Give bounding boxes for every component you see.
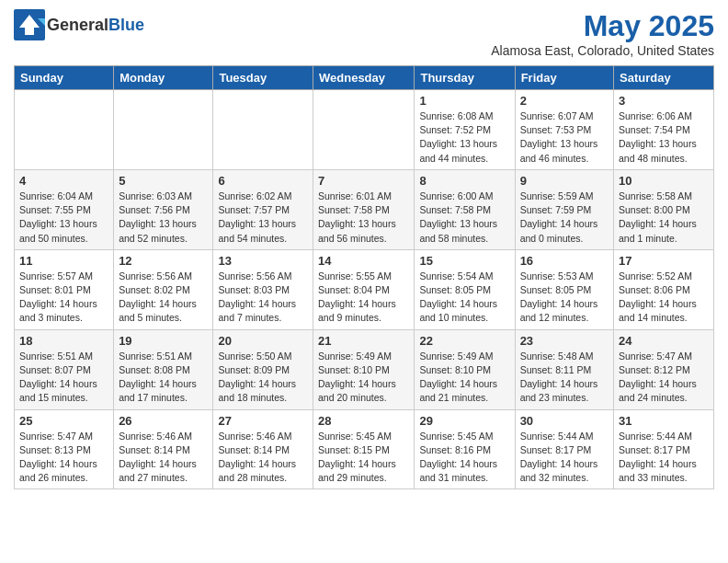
day-info: Sunrise: 6:07 AM Sunset: 7:53 PM Dayligh… [520, 109, 609, 166]
day-number: 14 [318, 254, 409, 268]
day-info: Sunrise: 5:56 AM Sunset: 8:02 PM Dayligh… [119, 270, 208, 326]
day-number: 29 [419, 414, 509, 428]
calendar-week-4: 18Sunrise: 5:51 AM Sunset: 8:07 PM Dayli… [15, 329, 714, 409]
calendar-cell: 16Sunrise: 5:53 AM Sunset: 8:05 PM Dayli… [515, 249, 613, 329]
calendar-cell: 5Sunrise: 6:03 AM Sunset: 7:56 PM Daylig… [114, 169, 213, 249]
day-info: Sunrise: 6:01 AM Sunset: 7:58 PM Dayligh… [318, 190, 409, 246]
calendar-week-3: 11Sunrise: 5:57 AM Sunset: 8:01 PM Dayli… [15, 249, 714, 329]
calendar-header-row: Sunday Monday Tuesday Wednesday Thursday… [15, 66, 714, 90]
day-info: Sunrise: 5:59 AM Sunset: 7:59 PM Dayligh… [520, 190, 609, 246]
calendar-cell: 22Sunrise: 5:49 AM Sunset: 8:10 PM Dayli… [415, 329, 515, 409]
calendar-week-2: 4Sunrise: 6:04 AM Sunset: 7:55 PM Daylig… [15, 169, 714, 249]
day-info: Sunrise: 5:46 AM Sunset: 8:14 PM Dayligh… [119, 430, 208, 486]
col-saturday: Saturday [614, 66, 714, 90]
logo-general-text: GeneralBlue [47, 16, 144, 34]
day-number: 2 [520, 94, 609, 108]
day-number: 7 [318, 174, 409, 188]
calendar-cell: 17Sunrise: 5:52 AM Sunset: 8:06 PM Dayli… [614, 249, 714, 329]
day-number: 31 [619, 414, 709, 428]
day-info: Sunrise: 5:57 AM Sunset: 8:01 PM Dayligh… [19, 270, 108, 326]
header: GeneralBlue May 2025 Alamosa East, Color… [14, 9, 714, 58]
day-info: Sunrise: 6:03 AM Sunset: 7:56 PM Dayligh… [119, 190, 208, 246]
col-tuesday: Tuesday [213, 66, 313, 90]
day-number: 23 [520, 334, 609, 348]
day-info: Sunrise: 5:51 AM Sunset: 8:07 PM Dayligh… [19, 350, 108, 406]
calendar-cell: 3Sunrise: 6:06 AM Sunset: 7:54 PM Daylig… [614, 90, 714, 170]
day-number: 22 [419, 334, 509, 348]
day-number: 8 [419, 174, 509, 188]
day-number: 20 [218, 334, 308, 348]
day-number: 24 [619, 334, 709, 348]
day-info: Sunrise: 5:53 AM Sunset: 8:05 PM Dayligh… [520, 270, 609, 326]
day-number: 16 [520, 254, 609, 268]
title-section: May 2025 Alamosa East, Colorado, United … [491, 9, 714, 58]
day-number: 10 [619, 174, 709, 188]
day-number: 18 [19, 334, 108, 348]
day-number: 27 [218, 414, 308, 428]
calendar-cell [313, 90, 415, 170]
day-info: Sunrise: 5:44 AM Sunset: 8:17 PM Dayligh… [619, 430, 709, 486]
calendar-cell: 19Sunrise: 5:51 AM Sunset: 8:08 PM Dayli… [114, 329, 213, 409]
day-number: 5 [119, 174, 208, 188]
logo-icon [14, 9, 45, 40]
day-info: Sunrise: 5:54 AM Sunset: 8:05 PM Dayligh… [419, 270, 509, 326]
calendar-cell: 12Sunrise: 5:56 AM Sunset: 8:02 PM Dayli… [114, 249, 213, 329]
day-info: Sunrise: 5:49 AM Sunset: 8:10 PM Dayligh… [419, 350, 509, 406]
day-number: 13 [218, 254, 308, 268]
calendar-week-1: 1Sunrise: 6:08 AM Sunset: 7:52 PM Daylig… [15, 90, 714, 170]
day-number: 17 [619, 254, 709, 268]
calendar-cell: 10Sunrise: 5:58 AM Sunset: 8:00 PM Dayli… [614, 169, 714, 249]
day-info: Sunrise: 5:44 AM Sunset: 8:17 PM Dayligh… [520, 430, 609, 486]
calendar-cell: 15Sunrise: 5:54 AM Sunset: 8:05 PM Dayli… [415, 249, 515, 329]
page: GeneralBlue May 2025 Alamosa East, Color… [0, 0, 728, 499]
calendar-cell: 6Sunrise: 6:02 AM Sunset: 7:57 PM Daylig… [213, 169, 313, 249]
day-info: Sunrise: 5:45 AM Sunset: 8:16 PM Dayligh… [419, 430, 509, 486]
day-info: Sunrise: 5:49 AM Sunset: 8:10 PM Dayligh… [318, 350, 409, 406]
calendar-cell: 14Sunrise: 5:55 AM Sunset: 8:04 PM Dayli… [313, 249, 415, 329]
logo: GeneralBlue [14, 9, 144, 40]
calendar-cell: 24Sunrise: 5:47 AM Sunset: 8:12 PM Dayli… [614, 329, 714, 409]
day-info: Sunrise: 5:45 AM Sunset: 8:15 PM Dayligh… [318, 430, 409, 486]
calendar-cell: 8Sunrise: 6:00 AM Sunset: 7:58 PM Daylig… [415, 169, 515, 249]
day-number: 28 [318, 414, 409, 428]
day-number: 21 [318, 334, 409, 348]
calendar-cell: 9Sunrise: 5:59 AM Sunset: 7:59 PM Daylig… [515, 169, 613, 249]
col-sunday: Sunday [15, 66, 114, 90]
calendar-cell [15, 90, 114, 170]
calendar-cell: 25Sunrise: 5:47 AM Sunset: 8:13 PM Dayli… [15, 409, 114, 489]
location: Alamosa East, Colorado, United States [491, 43, 714, 58]
day-number: 19 [119, 334, 208, 348]
day-number: 1 [419, 94, 509, 108]
day-info: Sunrise: 5:47 AM Sunset: 8:12 PM Dayligh… [619, 350, 709, 406]
day-info: Sunrise: 5:58 AM Sunset: 8:00 PM Dayligh… [619, 190, 709, 246]
day-number: 30 [520, 414, 609, 428]
calendar-cell: 13Sunrise: 5:56 AM Sunset: 8:03 PM Dayli… [213, 249, 313, 329]
col-monday: Monday [114, 66, 213, 90]
day-info: Sunrise: 5:51 AM Sunset: 8:08 PM Dayligh… [119, 350, 208, 406]
calendar-cell [213, 90, 313, 170]
col-friday: Friday [515, 66, 613, 90]
col-wednesday: Wednesday [313, 66, 415, 90]
day-number: 26 [119, 414, 208, 428]
day-number: 15 [419, 254, 509, 268]
calendar-cell: 27Sunrise: 5:46 AM Sunset: 8:14 PM Dayli… [213, 409, 313, 489]
calendar-cell: 31Sunrise: 5:44 AM Sunset: 8:17 PM Dayli… [614, 409, 714, 489]
day-info: Sunrise: 6:06 AM Sunset: 7:54 PM Dayligh… [619, 109, 709, 166]
calendar-cell: 30Sunrise: 5:44 AM Sunset: 8:17 PM Dayli… [515, 409, 613, 489]
calendar-cell: 21Sunrise: 5:49 AM Sunset: 8:10 PM Dayli… [313, 329, 415, 409]
day-number: 25 [19, 414, 108, 428]
day-info: Sunrise: 5:52 AM Sunset: 8:06 PM Dayligh… [619, 270, 709, 326]
day-info: Sunrise: 5:47 AM Sunset: 8:13 PM Dayligh… [19, 430, 108, 486]
col-thursday: Thursday [415, 66, 515, 90]
calendar-cell: 20Sunrise: 5:50 AM Sunset: 8:09 PM Dayli… [213, 329, 313, 409]
day-number: 4 [19, 174, 108, 188]
day-number: 12 [119, 254, 208, 268]
calendar-cell: 26Sunrise: 5:46 AM Sunset: 8:14 PM Dayli… [114, 409, 213, 489]
calendar-cell: 29Sunrise: 5:45 AM Sunset: 8:16 PM Dayli… [415, 409, 515, 489]
calendar-cell: 1Sunrise: 6:08 AM Sunset: 7:52 PM Daylig… [415, 90, 515, 170]
day-info: Sunrise: 6:04 AM Sunset: 7:55 PM Dayligh… [19, 190, 108, 246]
calendar-cell [114, 90, 213, 170]
calendar-week-5: 25Sunrise: 5:47 AM Sunset: 8:13 PM Dayli… [15, 409, 714, 489]
calendar-cell: 7Sunrise: 6:01 AM Sunset: 7:58 PM Daylig… [313, 169, 415, 249]
calendar-cell: 23Sunrise: 5:48 AM Sunset: 8:11 PM Dayli… [515, 329, 613, 409]
